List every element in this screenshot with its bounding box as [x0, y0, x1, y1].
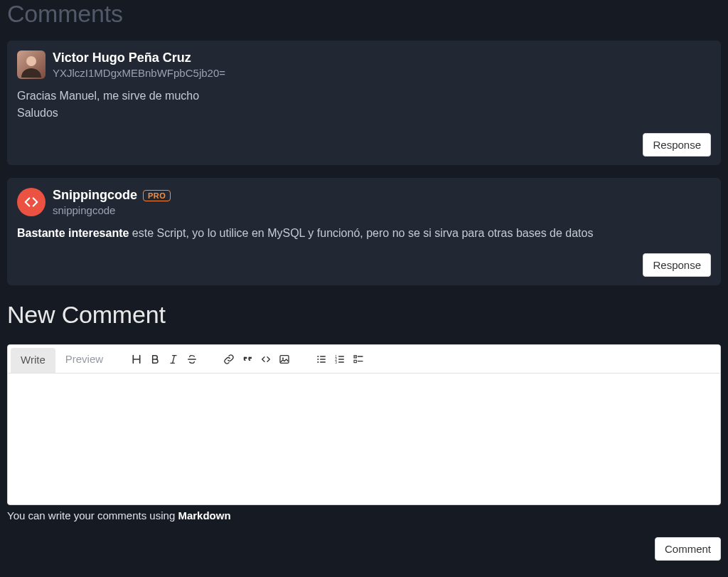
- comment-card: Snippingcode PRO snippingcode Bastante i…: [7, 178, 721, 285]
- comments-title: Comments: [7, 0, 721, 28]
- svg-point-5: [317, 361, 318, 362]
- author-name: Victor Hugo Peña Cruz: [53, 51, 191, 65]
- svg-text:3: 3: [335, 361, 337, 364]
- quote-icon[interactable]: [238, 349, 257, 370]
- italic-icon[interactable]: [164, 349, 183, 370]
- svg-point-2: [282, 357, 284, 359]
- comment-body: Bastante interesante este Script, yo lo …: [17, 225, 711, 242]
- pro-badge: PRO: [143, 190, 171, 201]
- strike-icon[interactable]: [183, 349, 201, 370]
- header-icon[interactable]: [127, 349, 146, 370]
- response-button[interactable]: Response: [643, 133, 711, 157]
- avatar: [17, 188, 46, 216]
- link-icon[interactable]: [220, 349, 238, 370]
- user-icon: [18, 52, 44, 78]
- svg-point-4: [317, 358, 318, 359]
- tasklist-icon[interactable]: [349, 349, 368, 370]
- ol-icon[interactable]: 123: [331, 349, 349, 370]
- comment-textarea[interactable]: [8, 374, 720, 502]
- tab-write[interactable]: Write: [11, 348, 55, 373]
- hint-text: You can write your comments using: [7, 509, 178, 522]
- response-button[interactable]: Response: [643, 253, 711, 277]
- author-handle: YXJlczI1MDgxMEBnbWFpbC5jb20=: [53, 67, 225, 79]
- code-brand-icon: [23, 194, 39, 210]
- hint-strong: Markdown: [178, 509, 230, 522]
- comment-editor: Write Preview: [7, 344, 721, 505]
- comment-body: Gracias Manuel, me sirve de muchoSaludos: [17, 88, 711, 122]
- new-comment-title: New Comment: [7, 301, 721, 329]
- comment-card: Victor Hugo Peña Cruz YXJlczI1MDgxMEBnbW…: [7, 41, 721, 165]
- tab-preview[interactable]: Preview: [55, 346, 113, 372]
- bold-icon[interactable]: [146, 349, 164, 370]
- svg-point-0: [26, 56, 36, 66]
- markdown-hint: You can write your comments using Markdo…: [7, 509, 721, 522]
- author-handle: snippingcode: [53, 204, 171, 216]
- svg-point-3: [317, 355, 318, 356]
- avatar: [17, 51, 46, 79]
- editor-tabs: Write Preview: [8, 345, 720, 374]
- ul-icon[interactable]: [312, 349, 331, 370]
- svg-rect-10: [354, 360, 356, 362]
- image-icon[interactable]: [275, 349, 294, 370]
- comment-submit-button[interactable]: Comment: [655, 537, 721, 561]
- author-name: Snippingcode: [53, 188, 137, 203]
- code-icon[interactable]: [257, 349, 275, 370]
